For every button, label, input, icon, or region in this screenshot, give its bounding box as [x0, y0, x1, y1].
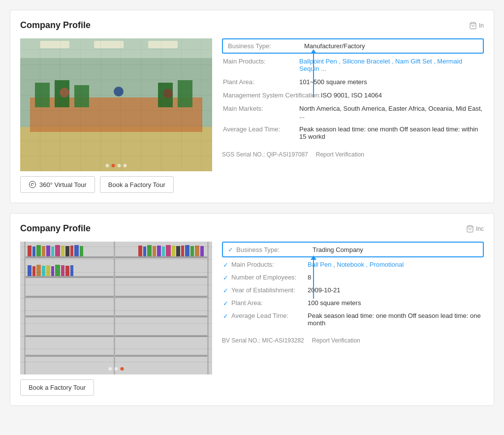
svg-rect-12 [178, 80, 192, 107]
dot-4[interactable] [124, 164, 127, 167]
svg-rect-57 [185, 245, 189, 256]
business-type-highlighted-1: Business Type: Manufacturer/Factory [222, 38, 484, 54]
svg-rect-39 [36, 265, 41, 276]
factory-image-placeholder [20, 38, 212, 171]
lead-time-row-1: Average Lead Time: Peak season lead time… [222, 123, 484, 143]
svg-rect-49 [147, 245, 152, 256]
bookshelf-image-placeholder [20, 242, 212, 374]
svg-rect-8 [35, 83, 50, 107]
card1-header: Company Profile In [20, 20, 484, 31]
svg-rect-55 [176, 246, 180, 256]
plant-area-row-1: Plant Area: 101~500 square meters [222, 75, 484, 89]
card1-body: 360° Virtual Tour Book a Factory Tour Bu… [20, 38, 484, 193]
card2-image-dots [109, 367, 124, 371]
card2-header: Company Profile Inc [20, 223, 484, 234]
serial-row-2: BV Serial NO.: MIC-ASI193282 Report Veri… [222, 334, 484, 344]
svg-rect-61 [114, 242, 115, 374]
svg-rect-63 [24, 242, 26, 374]
card1-image [20, 38, 212, 171]
check-icon-emp: ✓ [223, 274, 228, 281]
markets-row-1: Main Markets: North America, South Ameri… [222, 102, 484, 123]
svg-rect-47 [138, 246, 142, 256]
svg-rect-5 [148, 41, 178, 48]
svg-rect-51 [157, 246, 161, 256]
svg-rect-42 [51, 266, 54, 276]
svg-rect-22 [25, 315, 207, 317]
svg-rect-43 [55, 265, 60, 276]
svg-point-14 [114, 87, 124, 96]
dot-1[interactable] [106, 164, 109, 167]
check-icon-est: ✓ [223, 287, 228, 294]
card1-corner: In [469, 22, 484, 30]
svg-rect-60 [200, 246, 204, 256]
arrow-indicator-2 [313, 259, 314, 299]
card2-actions: Book a Factory Tour [20, 379, 212, 396]
svg-rect-48 [143, 247, 146, 256]
svg-rect-40 [42, 266, 45, 276]
svg-rect-20 [25, 276, 207, 278]
company-profile-card-2: Company Profile Inc [10, 213, 494, 406]
card1-image-dots [106, 164, 127, 167]
check-icon-bt: ✓ [228, 246, 233, 253]
card1-left: 360° Virtual Tour Book a Factory Tour [20, 38, 212, 193]
dot-2[interactable] [112, 164, 115, 167]
card1-actions: 360° Virtual Tour Book a Factory Tour [20, 176, 212, 193]
card2-body: Book a Factory Tour ✓ Business Type: Tra… [20, 242, 484, 396]
company-profile-card-1: Company Profile In [10, 10, 494, 203]
svg-rect-21 [25, 296, 207, 298]
main-products-row-1: Main Products: Ballpoint Pen , Silicone … [222, 55, 484, 75]
card1-title: Company Profile [20, 20, 91, 31]
svg-rect-38 [32, 266, 35, 276]
svg-rect-30 [51, 247, 54, 256]
card2-info: ✓ Business Type: Trading Company ✓ Main … [222, 242, 484, 396]
check-icon-lt: ✓ [223, 312, 228, 320]
cart-icon-2 [466, 225, 474, 233]
svg-rect-46 [70, 265, 73, 276]
main-products-row-2: ✓ Main Products: Ball Pen , Notebook , P… [222, 258, 484, 271]
svg-rect-58 [190, 246, 194, 256]
business-type-highlighted-2: ✓ Business Type: Trading Company [222, 242, 484, 257]
plant-area-row-2: ✓ Plant Area: 100 square meters [222, 297, 484, 310]
svg-rect-32 [61, 246, 64, 256]
svg-rect-3 [40, 41, 69, 48]
svg-rect-23 [25, 335, 207, 337]
svg-rect-34 [70, 246, 73, 256]
svg-rect-54 [172, 246, 175, 256]
dot2-1[interactable] [109, 367, 112, 371]
factory-tour-button-2[interactable]: Book a Factory Tour [20, 379, 94, 396]
svg-point-13 [60, 88, 69, 97]
card2-title: Company Profile [20, 223, 91, 234]
svg-rect-44 [61, 265, 64, 276]
svg-rect-27 [36, 245, 41, 256]
svg-point-16 [29, 181, 35, 187]
svg-rect-62 [207, 242, 209, 374]
dot2-2[interactable] [115, 367, 118, 371]
svg-rect-31 [55, 245, 60, 256]
factory-tour-button-1[interactable]: Book a Factory Tour [100, 176, 174, 193]
svg-rect-29 [46, 246, 50, 256]
dot2-3[interactable] [121, 367, 124, 371]
svg-rect-10 [74, 85, 89, 107]
dot-3[interactable] [118, 164, 121, 167]
360-icon [29, 181, 36, 188]
establishment-row: ✓ Year of Establishment: 2009-10-21 [222, 284, 484, 297]
svg-rect-35 [74, 245, 79, 256]
check-icon-pa: ✓ [223, 300, 228, 307]
svg-rect-2 [20, 38, 212, 58]
svg-rect-11 [158, 83, 173, 107]
svg-rect-1 [20, 38, 212, 171]
serial-row-1: SGS Serial NO.: QIP-ASI197087 Report Ver… [222, 148, 484, 158]
card2-image [20, 242, 212, 374]
svg-rect-52 [162, 247, 165, 256]
svg-rect-33 [65, 246, 69, 256]
svg-rect-56 [181, 246, 184, 256]
virtual-tour-button[interactable]: 360° Virtual Tour [20, 176, 95, 193]
svg-rect-37 [28, 265, 32, 276]
mgmt-row-1: Management System Certification: ISO 900… [222, 89, 484, 102]
svg-rect-28 [42, 246, 45, 256]
svg-rect-50 [153, 246, 156, 256]
svg-rect-4 [94, 41, 124, 48]
card1-info: Business Type: Manufacturer/Factory Main… [222, 38, 484, 193]
employees-row: ✓ Number of Employees: 8 [222, 271, 484, 284]
svg-rect-36 [80, 246, 83, 256]
